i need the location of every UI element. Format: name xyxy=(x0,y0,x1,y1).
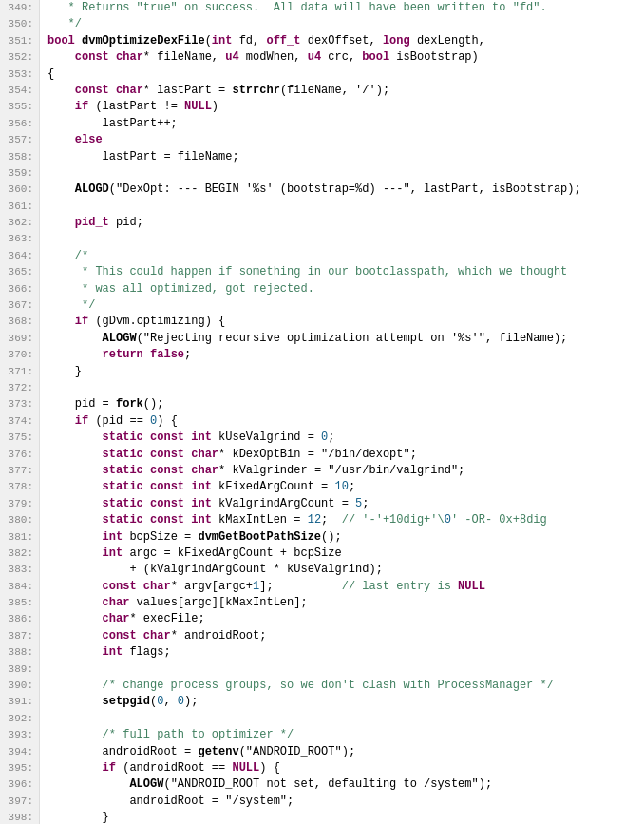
code-line xyxy=(47,380,644,396)
code-line: /* change process groups, so we don't cl… xyxy=(47,678,644,694)
code-line: static const char* kValgrinder = "/usr/b… xyxy=(47,463,644,479)
line-number: 369: xyxy=(6,331,33,347)
code-content[interactable]: * Returns "true" on success. All data wi… xyxy=(40,0,644,824)
line-number: 352: xyxy=(6,49,33,66)
line-number: 388: xyxy=(6,644,33,661)
line-number: 359: xyxy=(6,165,33,182)
code-line: int flags; xyxy=(47,644,644,661)
code-line xyxy=(47,661,644,678)
code-line xyxy=(47,711,644,727)
line-number: 398: xyxy=(6,810,33,824)
code-line: ALOGW("Rejecting recursive optimization … xyxy=(47,331,644,347)
code-line: * was all optimized, got rejected. xyxy=(47,281,644,297)
code-line: { xyxy=(47,67,644,83)
line-number: 357: xyxy=(6,132,33,148)
line-number: 381: xyxy=(6,529,33,546)
code-line xyxy=(47,231,644,247)
line-number: 361: xyxy=(6,199,33,215)
line-number: 385: xyxy=(6,595,33,611)
line-number: 360: xyxy=(6,182,33,198)
line-number: 362: xyxy=(6,215,33,231)
line-number: 387: xyxy=(6,628,33,644)
code-line: char values[argc][kMaxIntLen]; xyxy=(47,595,644,611)
code-line: if (gDvm.optimizing) { xyxy=(47,314,644,330)
line-number: 395: xyxy=(6,760,33,776)
code-line: if (androidRoot == NULL) { xyxy=(47,760,644,776)
code-line: androidRoot = "/system"; xyxy=(47,794,644,810)
line-number: 394: xyxy=(6,744,33,760)
line-number: 378: xyxy=(6,479,33,495)
code-line: */ xyxy=(47,16,644,32)
code-line: int argc = kFixedArgCount + bcpSize xyxy=(47,546,644,562)
code-line: pid_t pid; xyxy=(47,215,644,231)
code-line: * This could happen if something in our … xyxy=(47,264,644,280)
code-line: if (lastPart != NULL) xyxy=(47,99,644,115)
line-number: 372: xyxy=(6,380,33,396)
code-line: static const int kValgrindArgCount = 5; xyxy=(47,496,644,512)
code-line: return false; xyxy=(47,347,644,363)
code-line: lastPart = fileName; xyxy=(47,149,644,165)
code-line: androidRoot = getenv("ANDROID_ROOT"); xyxy=(47,744,644,760)
line-number: 382: xyxy=(6,546,33,562)
code-line: char* execFile; xyxy=(47,611,644,627)
code-line: ALOGW("ANDROID_ROOT not set, defaulting … xyxy=(47,776,644,793)
code-line: bool dvmOptimizeDexFile(int fd, off_t de… xyxy=(47,33,644,49)
code-line: setpgid(0, 0); xyxy=(47,694,644,710)
code-line: const char* fileName, u4 modWhen, u4 crc… xyxy=(47,49,644,66)
line-number: 393: xyxy=(6,727,33,743)
code-line xyxy=(47,199,644,215)
line-number: 365: xyxy=(6,264,33,280)
line-number: 397: xyxy=(6,794,33,810)
line-number: 376: xyxy=(6,447,33,463)
line-number: 390: xyxy=(6,678,33,694)
code-line: pid = fork(); xyxy=(47,396,644,412)
code-line: ALOGD("DexOpt: --- BEGIN '%s' (bootstrap… xyxy=(47,182,644,198)
line-number: 373: xyxy=(6,396,33,412)
line-number: 370: xyxy=(6,347,33,363)
code-line: int bcpSize = dvmGetBootPathSize(); xyxy=(47,529,644,546)
code-line: static const int kFixedArgCount = 10; xyxy=(47,479,644,495)
line-number: 353: xyxy=(6,67,33,83)
line-number: 356: xyxy=(6,116,33,132)
line-number: 375: xyxy=(6,430,33,446)
code-line: const char* androidRoot; xyxy=(47,628,644,644)
code-line: static const int kUseValgrind = 0; xyxy=(47,430,644,446)
code-line: const char* argv[argc+1]; // last entry … xyxy=(47,579,644,595)
code-line: static const int kMaxIntLen = 12; // '-'… xyxy=(47,512,644,528)
code-line: lastPart++; xyxy=(47,116,644,132)
line-number: 354: xyxy=(6,83,33,99)
line-number: 349: xyxy=(6,0,33,16)
line-number: 379: xyxy=(6,496,33,512)
line-number: 366: xyxy=(6,281,33,297)
line-number: 367: xyxy=(6,297,33,314)
code-line: * Returns "true" on success. All data wi… xyxy=(47,0,644,16)
line-number: 377: xyxy=(6,463,33,479)
line-number: 363: xyxy=(6,231,33,247)
line-number: 386: xyxy=(6,611,33,627)
code-line: const char* lastPart = strrchr(fileName,… xyxy=(47,83,644,99)
code-line: static const char* kDexOptBin = "/bin/de… xyxy=(47,447,644,463)
line-number: 380: xyxy=(6,512,33,528)
line-number: 383: xyxy=(6,562,33,578)
code-line: } xyxy=(47,364,644,380)
line-number: 368: xyxy=(6,314,33,330)
line-number: 384: xyxy=(6,579,33,595)
code-line: else xyxy=(47,132,644,148)
line-number: 392: xyxy=(6,711,33,727)
code-line: if (pid == 0) { xyxy=(47,413,644,430)
line-number: 391: xyxy=(6,694,33,710)
line-number: 389: xyxy=(6,661,33,678)
line-number: 350: xyxy=(6,16,33,32)
code-line: */ xyxy=(47,297,644,314)
code-line xyxy=(47,165,644,182)
line-numbers: 349:350:351:352:353:354:355:356:357:358:… xyxy=(0,0,40,824)
line-number: 371: xyxy=(6,364,33,380)
line-number: 364: xyxy=(6,248,33,264)
line-number: 351: xyxy=(6,33,33,49)
code-line: + (kValgrindArgCount * kUseValgrind); xyxy=(47,562,644,578)
code-line: /* xyxy=(47,248,644,264)
line-number: 374: xyxy=(6,413,33,430)
line-number: 358: xyxy=(6,149,33,165)
line-number: 355: xyxy=(6,99,33,115)
code-line: } xyxy=(47,810,644,824)
